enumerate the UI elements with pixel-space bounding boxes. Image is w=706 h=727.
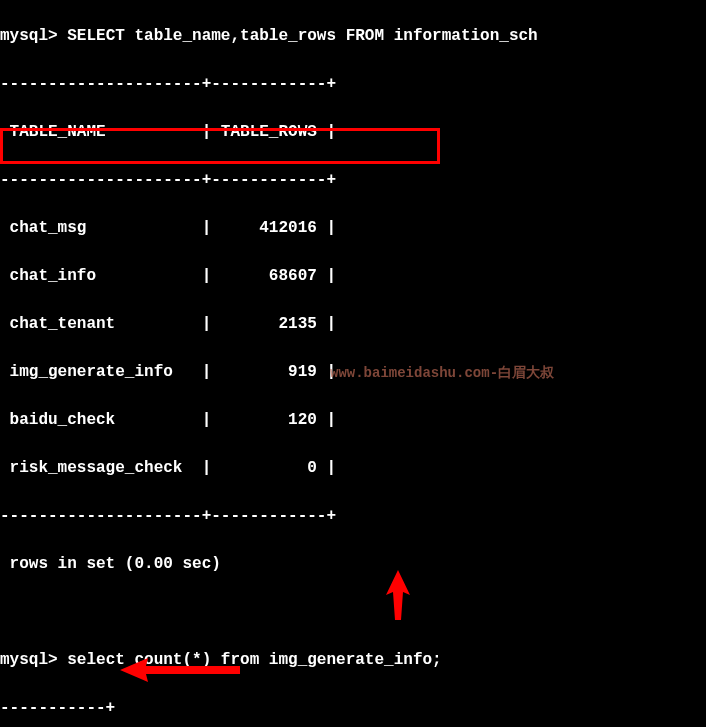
terminal-output: mysql> SELECT table_name,table_rows FROM… [0, 0, 706, 727]
result-line: rows in set (0.00 sec) [0, 552, 706, 576]
table-row: risk_message_check | 0 | [0, 456, 706, 480]
table-row: chat_info | 68607 | [0, 264, 706, 288]
table-row: chat_msg | 412016 | [0, 216, 706, 240]
mysql-prompt: mysql> [0, 27, 58, 45]
mysql-prompt: mysql> [0, 651, 58, 669]
table-row: chat_tenant | 2135 | [0, 312, 706, 336]
table-header: TABLE_NAME | TABLE_ROWS | [0, 120, 706, 144]
table-row: img_generate_info | 919 | [0, 360, 706, 384]
sql-query-1: SELECT table_name,table_rows FROM inform… [67, 27, 537, 45]
query-line-2: mysql> select count(*) from img_generate… [0, 648, 706, 672]
table-border: ---------------------+------------+ [0, 504, 706, 528]
table-border: -----------+ [0, 696, 706, 720]
query-line-1: mysql> SELECT table_name,table_rows FROM… [0, 24, 706, 48]
table-border: ---------------------+------------+ [0, 72, 706, 96]
blank-line [0, 600, 706, 624]
table-row: baidu_check | 120 | [0, 408, 706, 432]
table-border: ---------------------+------------+ [0, 168, 706, 192]
sql-query-2: select count(*) from img_generate_info; [67, 651, 441, 669]
